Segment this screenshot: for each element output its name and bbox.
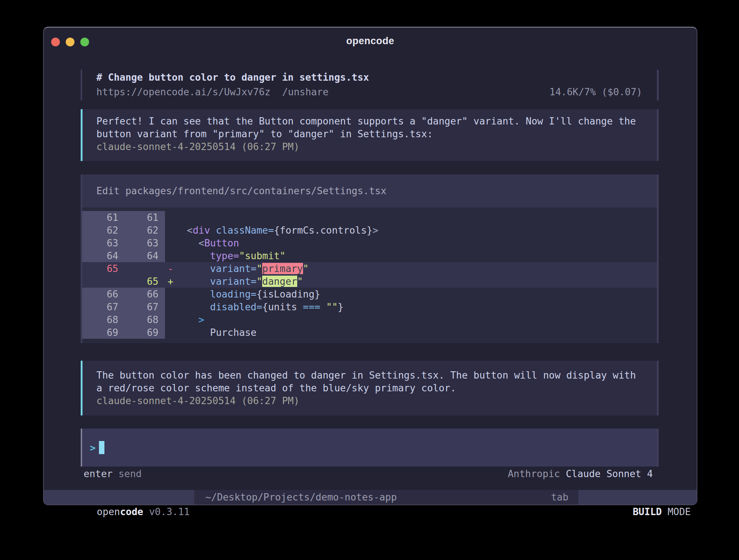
old-line-number: 69 — [82, 326, 118, 339]
old-line-number: 64 — [82, 249, 118, 262]
diff-code-line: variant="danger" — [175, 275, 657, 288]
status-bar: opencodev0.3.11 ~/Desktop/Projects/demo-… — [44, 490, 697, 505]
diff-marker — [165, 237, 175, 249]
prompt-input[interactable]: > — [81, 429, 659, 467]
diff-row: 6464 type="submit" — [82, 249, 657, 262]
old-line-number: 63 — [82, 237, 118, 249]
diff-code-line — [175, 211, 657, 224]
text-cursor — [99, 441, 104, 454]
diff-gutter: 6969 — [82, 326, 165, 339]
new-line-number: 68 — [118, 313, 158, 326]
app-version-chip: opencodev0.3.11 — [44, 490, 194, 505]
new-line-number: 66 — [118, 288, 158, 300]
app-name-regular: open — [97, 506, 120, 517]
diff-gutter: 6868 — [82, 313, 165, 326]
diff-marker — [165, 326, 175, 339]
new-line-number: 69 — [118, 326, 158, 339]
mode-suffix: MODE — [667, 506, 691, 517]
diff-gutter: 65 — [82, 275, 165, 288]
statusbar-spacer — [397, 490, 551, 505]
model-provider: Anthropic — [508, 468, 560, 479]
new-line-number: 65 — [118, 275, 158, 288]
enter-key-hint: enter — [84, 467, 112, 480]
assistant-message-text: The button color has been changed to dan… — [96, 369, 642, 394]
new-line-number — [118, 262, 158, 275]
old-line-number: 65 — [82, 262, 118, 275]
diff-row: 6666 loading={isLoading} — [82, 288, 657, 300]
diff-code-line: type="submit" — [175, 249, 657, 262]
diff-marker — [165, 288, 175, 300]
diff-row: 65+ variant="danger" — [82, 275, 657, 288]
prompt-caret: > — [90, 442, 96, 453]
assistant-message: The button color has been changed to dan… — [81, 361, 659, 415]
diff-gutter: 6767 — [82, 300, 165, 313]
diff-code-line: variant="primary" — [175, 262, 657, 275]
session-header: # Change button color to danger in setti… — [81, 70, 659, 100]
edit-tool-title: Edit packages/frontend/src/containers/Se… — [82, 174, 657, 207]
working-directory: ~/Desktop/Projects/demo-notes-app — [194, 490, 397, 505]
diff-code-line: disabled={units === ""} — [175, 300, 657, 313]
diff-gutter: 65 — [82, 262, 165, 275]
diff-marker — [165, 224, 175, 237]
diff-gutter: 6262 — [82, 224, 165, 237]
model-name: Claude Sonnet 4 — [566, 468, 653, 479]
diff-marker: - — [165, 262, 175, 275]
screen: opencode # Change button color to danger… — [0, 0, 739, 560]
new-line-number: 64 — [118, 249, 158, 262]
mode-chip: BUILDMODE — [578, 490, 697, 505]
assistant-message: Perfect! I can see that the Button compo… — [81, 109, 659, 161]
new-line-number: 62 — [118, 224, 158, 237]
session-subheader: https://opencode.ai/s/UwJxv76z /unshare … — [96, 85, 642, 99]
diff-code-line: <div className={formCs.controls}> — [175, 224, 657, 237]
mode-name: BUILD — [633, 506, 662, 517]
diff-code-line: Purchase — [175, 326, 657, 339]
old-line-number: 61 — [82, 211, 118, 224]
diff-marker: + — [165, 275, 175, 288]
share-url-link[interactable]: https://opencode.ai/s/UwJxv76z — [96, 85, 271, 99]
old-line-number — [82, 275, 118, 288]
diff-row: 6868 > — [82, 313, 657, 326]
diff-row: 6262 <div className={formCs.controls}> — [82, 224, 657, 237]
unshare-command[interactable]: /unshare — [282, 85, 329, 99]
new-line-number: 61 — [118, 211, 158, 224]
diff-row: 6969 Purchase — [82, 326, 657, 339]
send-action-hint: send — [118, 467, 142, 480]
assistant-message-text: Perfect! I can see that the Button compo… — [96, 115, 642, 140]
diff-body: 61616262 <div className={formCs.controls… — [82, 207, 657, 343]
old-line-number: 68 — [82, 313, 118, 326]
context-usage-stats: 14.6K/7% ($0.07) — [550, 85, 642, 99]
diff-code-line: > — [175, 313, 657, 326]
diff-row: 6161 — [82, 211, 657, 224]
diff-code-line: <Button — [175, 237, 657, 249]
old-line-number: 67 — [82, 300, 118, 313]
diff-gutter: 6161 — [82, 211, 165, 224]
diff-marker — [165, 300, 175, 313]
model-indicator: AnthropicClaude Sonnet 4 — [508, 467, 653, 480]
diff-marker — [165, 313, 175, 326]
diff-gutter: 6666 — [82, 288, 165, 300]
diff-gutter: 6363 — [82, 237, 165, 249]
assistant-message-meta: claude-sonnet-4-20250514 (06:27 PM) — [96, 394, 642, 407]
window-title: opencode — [44, 35, 697, 47]
diff-marker — [165, 249, 175, 262]
diff-row: 65- variant="primary" — [82, 262, 657, 275]
opencode-window: opencode # Change button color to danger… — [43, 27, 697, 505]
tab-key-hint: tab — [551, 490, 568, 505]
session-title: # Change button color to danger in setti… — [96, 70, 642, 85]
old-line-number: 66 — [82, 288, 118, 300]
app-version: v0.3.11 — [149, 506, 189, 517]
diff-marker — [165, 211, 175, 224]
hint-row: enter send AnthropicClaude Sonnet 4 — [81, 467, 659, 480]
new-line-number: 67 — [118, 300, 158, 313]
app-name-bold: code — [120, 506, 143, 517]
assistant-message-meta: claude-sonnet-4-20250514 (06:27 PM) — [96, 140, 642, 153]
diff-code-line: loading={isLoading} — [175, 288, 657, 300]
new-line-number: 63 — [118, 237, 158, 249]
diff-row: 6363 <Button — [82, 237, 657, 249]
diff-row: 6767 disabled={units === ""} — [82, 300, 657, 313]
diff-gutter: 6464 — [82, 249, 165, 262]
edit-tool-card: Edit packages/frontend/src/containers/Se… — [81, 174, 659, 343]
old-line-number: 62 — [82, 224, 118, 237]
